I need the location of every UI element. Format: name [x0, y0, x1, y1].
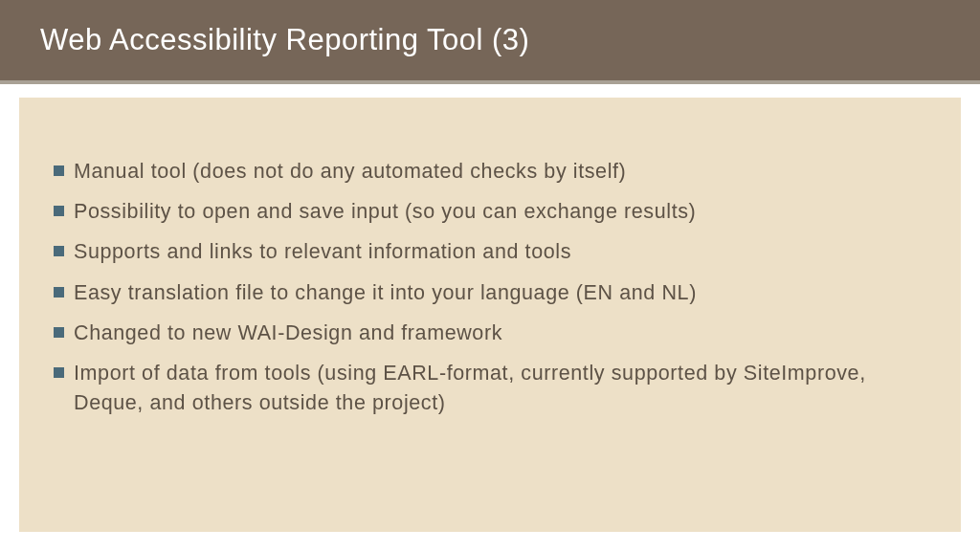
list-item: Possibility to open and save input (so y…: [50, 197, 930, 227]
bullet-text: Possibility to open and save input (so y…: [74, 197, 930, 227]
bullet-text: Changed to new WAI-Design and framework: [74, 319, 930, 348]
slide-title-bar: Web Accessibility Reporting Tool (3): [0, 0, 980, 80]
bullet-text: Manual tool (does not do any automated c…: [74, 157, 930, 187]
bullet-icon: [54, 165, 64, 176]
title-divider: [0, 80, 980, 84]
bullet-icon: [54, 206, 64, 216]
bullet-icon: [54, 367, 64, 378]
bullet-text: Import of data from tools (using EARL-fo…: [74, 359, 930, 418]
content-area: Manual tool (does not do any automated c…: [19, 98, 961, 532]
list-item: Easy translation file to change it into …: [50, 278, 930, 308]
bullet-text: Supports and links to relevant informati…: [74, 237, 930, 267]
slide: Web Accessibility Reporting Tool (3) Man…: [0, 0, 980, 551]
bullet-icon: [54, 287, 64, 298]
list-item: Import of data from tools (using EARL-fo…: [50, 359, 930, 418]
bullet-list: Manual tool (does not do any automated c…: [50, 157, 930, 418]
list-item: Manual tool (does not do any automated c…: [50, 157, 930, 187]
list-item: Supports and links to relevant informati…: [50, 237, 930, 267]
list-item: Changed to new WAI-Design and framework: [50, 319, 930, 348]
bullet-icon: [54, 246, 64, 256]
bullet-icon: [54, 327, 64, 338]
slide-title: Web Accessibility Reporting Tool (3): [40, 23, 529, 56]
bullet-text: Easy translation file to change it into …: [74, 278, 930, 308]
